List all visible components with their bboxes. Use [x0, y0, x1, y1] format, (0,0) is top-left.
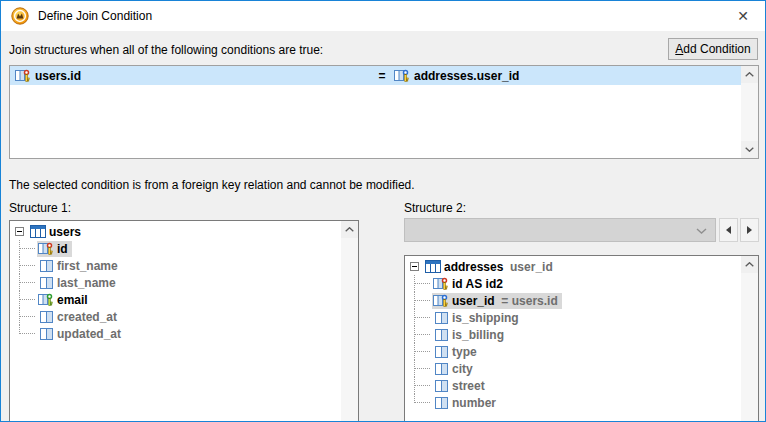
tree-item[interactable]: number — [406, 394, 740, 411]
column-icon — [433, 345, 449, 358]
tree-item[interactable]: email — [11, 291, 340, 308]
column-primary-key-icon — [38, 242, 54, 255]
tree-item[interactable]: first_name — [11, 257, 340, 274]
tree-item-label: type — [452, 345, 477, 359]
column-icon — [38, 276, 54, 289]
column-icon — [38, 327, 54, 340]
right-arrow-icon — [747, 226, 752, 234]
chevron-down-icon — [696, 228, 707, 234]
structure2-tree[interactable]: addresses user_id id AS id2 user_id = us… — [404, 255, 759, 422]
tree-root-item[interactable]: addresses user_id — [406, 258, 740, 275]
instruction-label: Join structures when all of the followin… — [9, 43, 323, 57]
structure1-tree[interactable]: users id first_name last_name email crea… — [9, 220, 359, 422]
structure2-table-select — [404, 218, 716, 242]
condition-left-group: users.id — [10, 69, 81, 83]
tree-item[interactable]: street — [406, 377, 740, 394]
tree-item[interactable]: is_shipping — [406, 309, 740, 326]
left-arrow-icon — [726, 226, 731, 234]
tree-item-label: number — [452, 396, 496, 410]
titlebar: Define Join Condition ✕ — [1, 1, 765, 31]
window-title: Define Join Condition — [38, 9, 152, 23]
condition-row[interactable]: users.id = addresses.user_id — [10, 66, 741, 85]
table-icon — [30, 225, 46, 238]
tree-item-label: id — [57, 242, 68, 256]
tree-item[interactable]: created_at — [11, 308, 340, 325]
collapse-expander-icon[interactable] — [410, 262, 419, 271]
scrollbar-up-button[interactable] — [741, 66, 758, 83]
column-icon — [433, 379, 449, 392]
tree-item[interactable]: id AS id2 — [406, 275, 740, 292]
condition-operator: = — [376, 69, 388, 83]
tree-item-label: id AS id2 — [452, 277, 503, 291]
column-unique-key-icon — [38, 293, 54, 306]
tree-item-label: created_at — [57, 310, 117, 324]
scrollbar-up-button[interactable] — [741, 256, 758, 273]
structure2-tree-scrollbar[interactable] — [741, 256, 758, 422]
tree-item-label: user_id = users.id — [452, 294, 558, 308]
tree-item-label: users — [49, 225, 81, 239]
structure1-label: Structure 1: — [9, 201, 71, 215]
tree-item[interactable]: is_billing — [406, 326, 740, 343]
condition-right-operand: addresses.user_id — [414, 69, 519, 83]
column-icon — [433, 362, 449, 375]
column-primary-key-icon — [15, 69, 31, 82]
tree-item-label: is_shipping — [452, 311, 519, 325]
tree-root-item[interactable]: users — [11, 223, 340, 240]
column-primary-key-icon — [433, 277, 449, 290]
tree-item[interactable]: type — [406, 343, 740, 360]
tree-item[interactable]: city — [406, 360, 740, 377]
condition-right-group: addresses.user_id — [394, 69, 519, 83]
column-foreign-key-icon — [394, 69, 410, 82]
condition-list-scrollbar[interactable] — [741, 66, 758, 158]
tree-item-label: first_name — [57, 259, 118, 273]
add-condition-button[interactable]: Add Condition — [668, 38, 758, 60]
table-icon — [425, 260, 441, 273]
tree-item[interactable]: id — [11, 240, 340, 257]
collapse-expander-icon[interactable] — [15, 227, 24, 236]
tree-item-label: is_billing — [452, 328, 504, 342]
column-icon — [433, 311, 449, 324]
define-join-condition-dialog: Define Join Condition ✕ Join structures … — [0, 0, 766, 422]
column-icon — [38, 310, 54, 323]
condition-list[interactable]: users.id = addresses.user_id — [9, 65, 759, 159]
add-condition-label: dd Condition — [683, 42, 750, 56]
structure1-tree-scrollbar[interactable] — [341, 221, 358, 422]
scrollbar-up-button[interactable] — [341, 221, 358, 238]
note-label: The selected condition is from a foreign… — [9, 178, 415, 192]
tree-item-label: email — [57, 293, 88, 307]
tree-item-label: street — [452, 379, 485, 393]
app-icon — [11, 7, 29, 25]
structure2-label: Structure 2: — [404, 201, 466, 215]
tree-item[interactable]: last_name — [11, 274, 340, 291]
column-icon — [38, 259, 54, 272]
tree-item-label: addresses user_id — [444, 260, 553, 274]
scroll-right-button[interactable] — [740, 218, 759, 242]
scrollbar-down-button[interactable] — [741, 141, 758, 158]
scroll-left-button[interactable] — [719, 218, 738, 242]
tree-item[interactable]: updated_at — [11, 325, 340, 342]
tree-item-label: city — [452, 362, 473, 376]
column-foreign-key-icon — [433, 294, 449, 307]
close-button[interactable]: ✕ — [733, 7, 753, 25]
condition-left-operand: users.id — [35, 69, 81, 83]
tree-item[interactable]: user_id = users.id — [406, 292, 740, 309]
column-icon — [433, 328, 449, 341]
tree-item-label: updated_at — [57, 327, 121, 341]
column-icon — [433, 396, 449, 409]
tree-item-label: last_name — [57, 276, 116, 290]
